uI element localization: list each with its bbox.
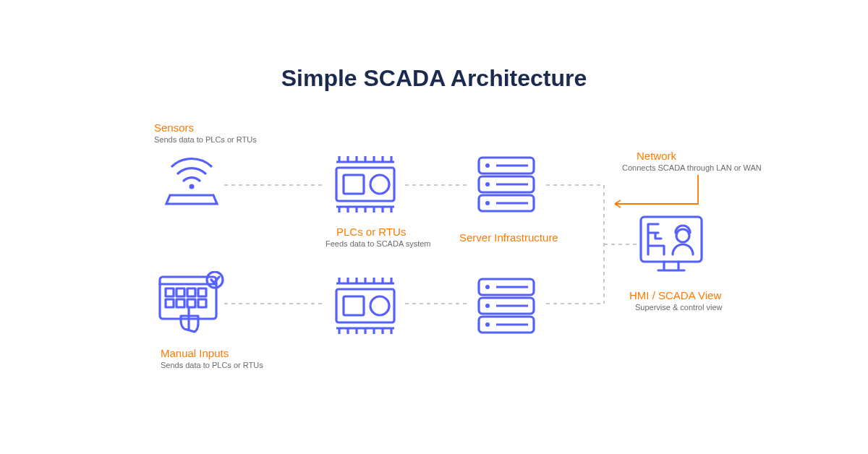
plc-icon <box>329 152 401 217</box>
svg-rect-17 <box>187 299 195 307</box>
manual-inputs-sub: Sends data to PLCs or RTUs <box>161 361 263 369</box>
connectors <box>0 0 868 454</box>
svg-point-31 <box>485 182 490 187</box>
svg-point-40 <box>485 304 490 308</box>
svg-rect-21 <box>344 175 364 194</box>
svg-point-38 <box>485 285 490 289</box>
manual-input-icon <box>156 271 228 336</box>
svg-rect-13 <box>187 288 195 296</box>
svg-rect-20 <box>336 168 394 201</box>
svg-rect-11 <box>166 288 174 296</box>
hmi-sub: Supervise & control view <box>635 303 722 312</box>
network-label: Network <box>637 150 676 162</box>
svg-rect-24 <box>344 296 364 315</box>
svg-point-25 <box>370 296 389 315</box>
server-icon <box>470 152 542 217</box>
svg-rect-23 <box>336 289 394 322</box>
svg-rect-15 <box>166 299 174 307</box>
svg-point-8 <box>190 184 195 189</box>
svg-rect-14 <box>198 288 206 296</box>
diagram-canvas: Simple SCADA Architecture Sensors Sends … <box>0 0 868 454</box>
server-label: Server Infrastructure <box>459 231 558 244</box>
svg-point-42 <box>485 322 490 327</box>
plcs-label: PLCs or RTUs <box>336 226 406 238</box>
svg-rect-18 <box>198 299 206 307</box>
manual-inputs-label: Manual Inputs <box>161 347 229 359</box>
sensors-label: Sensors <box>154 121 194 134</box>
plc-icon <box>329 273 401 338</box>
svg-rect-12 <box>176 288 184 296</box>
svg-point-19 <box>207 272 223 288</box>
sensor-icon <box>159 152 224 210</box>
hmi-icon <box>635 211 707 280</box>
sensors-sub: Sends data to PLCs or RTUs <box>154 135 257 144</box>
svg-point-33 <box>485 201 490 205</box>
hmi-label: HMI / SCADA View <box>629 289 721 301</box>
svg-rect-16 <box>176 299 184 307</box>
network-sub: Connects SCADA through LAN or WAN <box>622 163 762 172</box>
svg-point-22 <box>370 175 389 194</box>
plcs-sub: Feeds data to SCADA system <box>326 239 431 248</box>
server-icon <box>470 273 542 338</box>
svg-point-45 <box>676 229 689 242</box>
svg-point-29 <box>485 163 490 168</box>
